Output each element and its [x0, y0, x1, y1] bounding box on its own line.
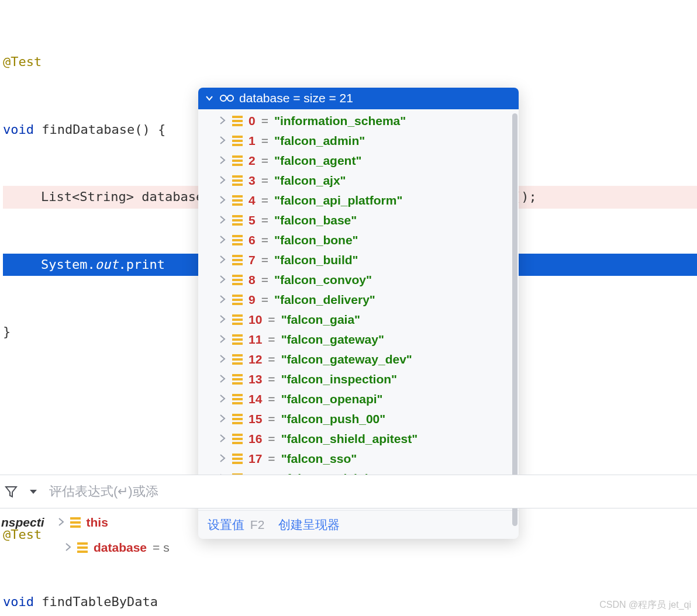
evaluate-expression-bar[interactable]: 评估表达式(↵)或添: [0, 475, 697, 508]
object-icon: [77, 542, 88, 553]
svg-point-1: [227, 95, 233, 101]
row-value: "falcon_bone": [274, 233, 358, 247]
debug-value-popup[interactable]: database = size = 21 0="information_sche…: [198, 88, 519, 539]
list-item-icon: [232, 116, 243, 126]
debug-row[interactable]: 0="information_schema": [198, 111, 519, 131]
row-index: 3: [249, 174, 256, 188]
row-value: "falcon_base": [274, 213, 357, 227]
chevron-right-icon[interactable]: [218, 352, 226, 366]
object-icon: [70, 517, 81, 528]
debug-row[interactable]: 16="falcon_shield_apitest": [198, 429, 519, 449]
chevron-right-icon[interactable]: [218, 154, 226, 168]
debug-row[interactable]: 17="falcon_sso": [198, 449, 519, 469]
chevron-right-icon[interactable]: [218, 233, 226, 247]
chevron-right-icon[interactable]: [218, 193, 226, 207]
chevron-right-icon[interactable]: [218, 432, 226, 446]
chevron-right-icon[interactable]: [218, 273, 226, 287]
watermark: CSDN @程序员 jet_qi: [599, 599, 691, 611]
chevron-right-icon[interactable]: [218, 253, 226, 267]
row-value: "falcon_admin": [274, 134, 365, 148]
eval-placeholder[interactable]: 评估表达式(↵)或添: [49, 483, 158, 500]
debug-popup-header[interactable]: database = size = 21: [198, 88, 519, 109]
debug-row[interactable]: 8="falcon_convoy": [198, 270, 519, 290]
chevron-right-icon[interactable]: [218, 392, 226, 406]
row-value: "falcon_agent": [274, 154, 361, 168]
list-item-icon: [232, 235, 243, 245]
list-item-icon: [232, 136, 243, 146]
row-index: 16: [249, 432, 262, 446]
list-item-icon: [232, 215, 243, 226]
chevron-right-icon[interactable]: [218, 313, 226, 327]
debug-row[interactable]: 3="falcon_ajx": [198, 171, 519, 191]
debug-row[interactable]: 11="falcon_gateway": [198, 330, 519, 349]
row-value: "falcon_delivery": [274, 293, 375, 307]
debug-row[interactable]: 14="falcon_openapi": [198, 389, 519, 409]
list-item-icon: [232, 314, 243, 325]
filter-icon[interactable]: [5, 485, 18, 498]
svg-point-0: [220, 95, 226, 101]
annotation: @Test: [3, 54, 42, 69]
chevron-right-icon[interactable]: [218, 452, 226, 466]
frame-tab[interactable]: nspecti: [0, 515, 47, 530]
row-value: "falcon_sso": [281, 452, 357, 466]
chevron-right-icon[interactable]: [218, 412, 226, 426]
list-item-icon: [232, 334, 243, 345]
row-value: "falcon_push_00": [281, 412, 386, 426]
debug-row[interactable]: 4="falcon_api_platform": [198, 191, 519, 210]
chevron-right-icon[interactable]: [218, 174, 226, 188]
list-item-icon: [232, 354, 243, 365]
list-item-icon: [232, 195, 243, 206]
row-index: 12: [249, 352, 262, 366]
row-value: "falcon_inspection": [281, 372, 397, 386]
chevron-right-icon[interactable]: [218, 372, 226, 386]
list-item-icon: [232, 434, 243, 444]
debug-header-text: database = size = 21: [239, 91, 353, 105]
chevron-down-icon[interactable]: [204, 93, 215, 103]
chevron-right-icon[interactable]: [218, 293, 226, 307]
list-item-icon: [232, 275, 243, 285]
row-index: 5: [249, 213, 256, 227]
row-index: 11: [249, 333, 262, 347]
list-item-icon: [232, 255, 243, 265]
debug-row[interactable]: 9="falcon_delivery": [198, 290, 519, 310]
list-item-icon: [232, 155, 243, 166]
row-index: 15: [249, 412, 262, 426]
debug-row[interactable]: 5="falcon_base": [198, 210, 519, 230]
dropdown-icon[interactable]: [28, 486, 39, 497]
var-this[interactable]: this: [87, 515, 108, 530]
row-value: "falcon_gateway": [281, 333, 384, 347]
list-item-icon: [232, 414, 243, 424]
list-item-icon: [232, 175, 243, 186]
var-database[interactable]: database: [94, 541, 147, 555]
row-value: "falcon_openapi": [281, 392, 383, 406]
debug-row[interactable]: 13="falcon_inspection": [198, 369, 519, 389]
chevron-right-icon[interactable]: [218, 114, 226, 128]
chevron-right-icon[interactable]: [64, 541, 71, 555]
debug-row[interactable]: 15="falcon_push_00": [198, 409, 519, 429]
debug-row[interactable]: 7="falcon_build": [198, 250, 519, 270]
scrollbar[interactable]: [512, 113, 517, 526]
chevron-right-icon[interactable]: [218, 134, 226, 148]
debug-row[interactable]: 12="falcon_gateway_dev": [198, 349, 519, 369]
row-index: 17: [249, 452, 262, 466]
row-value: "falcon_gaia": [281, 313, 360, 327]
list-item-icon: [232, 374, 243, 385]
row-value: "falcon_convoy": [274, 273, 372, 287]
list-item-icon: [232, 454, 243, 464]
variables-panel[interactable]: nspecti this database = s: [0, 508, 697, 559]
debug-row[interactable]: 10="falcon_gaia": [198, 310, 519, 330]
chevron-right-icon[interactable]: [218, 333, 226, 347]
list-item-icon: [232, 394, 243, 404]
keyword-void: void: [3, 122, 34, 137]
debug-row[interactable]: 2="falcon_agent": [198, 151, 519, 171]
row-index: 9: [249, 293, 256, 307]
row-index: 10: [249, 313, 262, 327]
row-value: "falcon_ajx": [274, 174, 346, 188]
row-index: 4: [249, 193, 256, 207]
chevron-right-icon[interactable]: [218, 213, 226, 227]
row-index: 2: [249, 154, 256, 168]
debug-list[interactable]: 0="information_schema"1="falcon_admin"2=…: [198, 109, 519, 510]
debug-row[interactable]: 6="falcon_bone": [198, 230, 519, 250]
debug-row[interactable]: 1="falcon_admin": [198, 131, 519, 151]
chevron-right-icon[interactable]: [57, 515, 64, 530]
